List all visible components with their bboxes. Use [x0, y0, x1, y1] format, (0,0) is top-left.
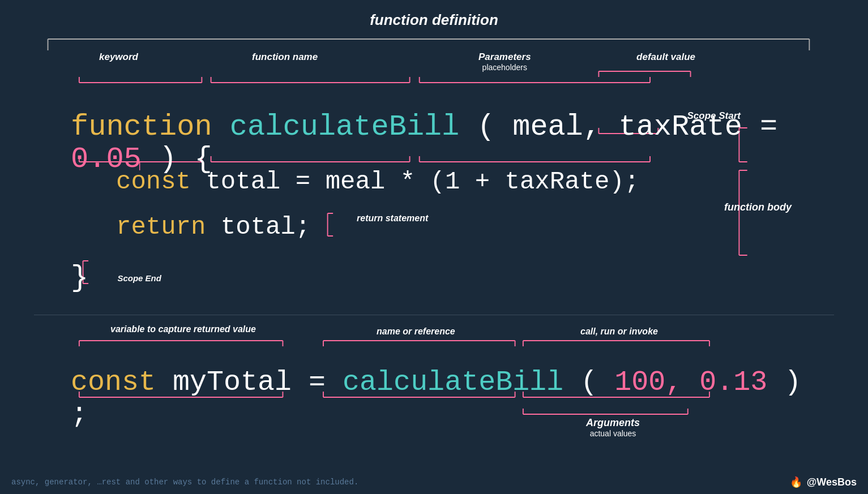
argument-values: 100, 0.13 [614, 366, 767, 398]
labels-row: keyword function name Parameters placeho… [42, 51, 826, 80]
main-container: function definition [0, 0, 868, 494]
return-statement-annotation: return statement [357, 213, 428, 224]
function-definition-section: keyword function name Parameters placeho… [42, 35, 826, 300]
kw-return: return [116, 213, 206, 241]
placeholders-label: placeholders [478, 63, 531, 72]
code-line-4: } Scope End [71, 258, 161, 299]
footer: async, generator, …rest and other ways t… [0, 476, 868, 488]
arguments-annotation: Arguments actual values [586, 417, 640, 438]
kw-const-1: const [116, 167, 191, 196]
default-value-label: default value [636, 51, 695, 62]
page-title: function definition [370, 11, 498, 28]
call-calculatebill: calculateBill [343, 366, 563, 398]
kw-const-2: const [71, 366, 156, 398]
name-or-reference-annotation: name or reference [377, 327, 455, 337]
param-meal: meal, [512, 110, 601, 144]
footer-note: async, generator, …rest and other ways t… [11, 478, 358, 487]
scope-start-label: Scope Start [687, 111, 741, 122]
call-run-invoke-annotation: call, run or invoke [580, 327, 658, 337]
brand-name: @WesBos [807, 476, 857, 488]
brand-section: 🔥 @WesBos [790, 476, 857, 488]
keyword-label: keyword [99, 51, 138, 63]
parameters-label: Parameters [478, 51, 531, 63]
code-line-5: const myTotal = calculateBill ( 100, 0.1… [71, 366, 826, 431]
fire-icon: 🔥 [790, 476, 802, 488]
keyword-function: function [71, 110, 212, 144]
code-line-2: const total = meal * (1 + taxRate); [116, 165, 639, 199]
function-name-label: function name [252, 51, 318, 63]
variable-capture-annotation: variable to capture returned value [110, 324, 256, 336]
close-brace: } [71, 261, 88, 295]
title-section: function definition [34, 11, 834, 29]
function-body-annotation: function body [724, 201, 792, 214]
code-line-3: return total; [116, 210, 310, 244]
bottom-section: variable to capture returned value name … [42, 324, 826, 454]
function-name-calculatebill: calculateBill [230, 110, 460, 144]
section-divider [34, 315, 834, 315]
scope-end-annotation: Scope End [117, 273, 161, 283]
